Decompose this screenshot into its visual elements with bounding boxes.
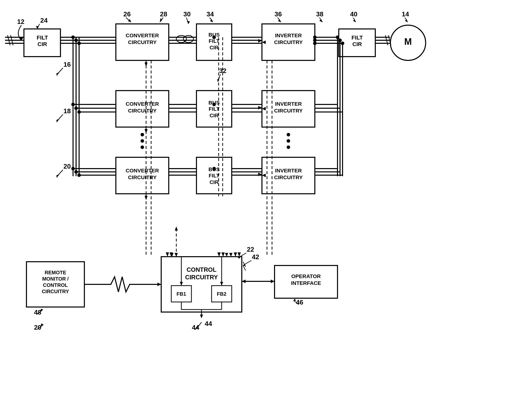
svg-point-126 xyxy=(71,103,75,106)
svg-point-133 xyxy=(74,170,78,174)
svg-text:CONTROL: CONTROL xyxy=(187,266,217,273)
svg-text:CIRCUITRY: CIRCUITRY xyxy=(274,39,303,45)
svg-text:CIRCUITRY: CIRCUITRY xyxy=(42,289,69,294)
svg-text:20: 20 xyxy=(63,163,71,170)
svg-text:FILT: FILT xyxy=(209,106,220,112)
svg-text:CIRCUITRY: CIRCUITRY xyxy=(274,108,303,113)
svg-text:14: 14 xyxy=(402,10,409,18)
svg-text:44: 44 xyxy=(192,324,199,331)
svg-text:CONVERTER: CONVERTER xyxy=(126,32,159,38)
svg-text:CIR: CIR xyxy=(210,112,219,118)
diagram-container: FILT CIR CONVERTER CIRCUITRY CONVERTER C… xyxy=(0,0,505,420)
svg-text:CIR: CIR xyxy=(38,41,47,47)
svg-text:CONVERTER: CONVERTER xyxy=(126,168,159,173)
svg-point-200 xyxy=(313,39,317,42)
svg-text:30: 30 xyxy=(183,10,191,18)
svg-point-153 xyxy=(287,133,290,136)
svg-text:CONTROL: CONTROL xyxy=(43,282,68,288)
svg-point-128 xyxy=(77,110,81,114)
svg-text:28: 28 xyxy=(160,10,167,18)
svg-text:INVERTER: INVERTER xyxy=(275,168,302,173)
svg-text:CIRCUITRY: CIRCUITRY xyxy=(128,39,157,45)
svg-text:CIRCUITRY: CIRCUITRY xyxy=(128,108,157,113)
svg-point-127 xyxy=(74,106,78,110)
svg-text:CIRCUITRY: CIRCUITRY xyxy=(128,174,157,180)
svg-text:46: 46 xyxy=(296,298,303,306)
svg-text:34: 34 xyxy=(207,10,214,18)
svg-text:42: 42 xyxy=(252,253,259,261)
svg-text:40: 40 xyxy=(350,10,357,18)
svg-text:INVERTER: INVERTER xyxy=(275,32,302,38)
svg-text:CIR: CIR xyxy=(210,179,219,185)
svg-text:18: 18 xyxy=(63,107,71,115)
svg-text:FILT: FILT xyxy=(209,173,220,178)
svg-text:OPERATOR: OPERATOR xyxy=(291,273,321,279)
svg-text:38: 38 xyxy=(316,10,323,18)
svg-text:FILT: FILT xyxy=(352,34,363,41)
svg-text:FILT: FILT xyxy=(37,34,48,41)
svg-text:CIR: CIR xyxy=(210,45,219,50)
svg-point-174 xyxy=(212,103,216,106)
svg-text:24: 24 xyxy=(40,17,48,24)
svg-point-152 xyxy=(141,145,144,149)
svg-point-175 xyxy=(212,167,216,170)
svg-point-151 xyxy=(141,139,144,143)
svg-point-155 xyxy=(287,145,290,149)
svg-point-201 xyxy=(313,42,317,45)
svg-point-154 xyxy=(287,139,290,143)
svg-text:CIRCUITRY: CIRCUITRY xyxy=(274,174,303,180)
svg-text:CONVERTER: CONVERTER xyxy=(126,101,159,107)
svg-text:CIRCUITRY: CIRCUITRY xyxy=(185,274,218,281)
svg-text:44: 44 xyxy=(205,320,212,327)
svg-text:16: 16 xyxy=(63,61,71,68)
svg-text:INTERFACE: INTERFACE xyxy=(291,280,321,286)
svg-text:CIR: CIR xyxy=(352,41,362,47)
svg-text:FB2: FB2 xyxy=(217,291,226,297)
svg-text:26: 26 xyxy=(123,10,131,18)
svg-point-150 xyxy=(141,133,144,136)
svg-point-132 xyxy=(71,167,75,170)
svg-text:36: 36 xyxy=(275,10,282,18)
svg-point-173 xyxy=(212,35,216,39)
svg-text:FB1: FB1 xyxy=(177,291,186,297)
svg-point-199 xyxy=(313,35,317,39)
svg-rect-39 xyxy=(161,257,242,312)
svg-point-134 xyxy=(77,173,81,177)
svg-text:12: 12 xyxy=(17,18,24,25)
svg-text:REMOTE: REMOTE xyxy=(45,270,66,275)
svg-text:MONITOR /: MONITOR / xyxy=(42,276,69,282)
svg-text:INVERTER: INVERTER xyxy=(275,101,302,107)
svg-text:22: 22 xyxy=(247,246,254,253)
svg-text:M: M xyxy=(404,36,412,47)
